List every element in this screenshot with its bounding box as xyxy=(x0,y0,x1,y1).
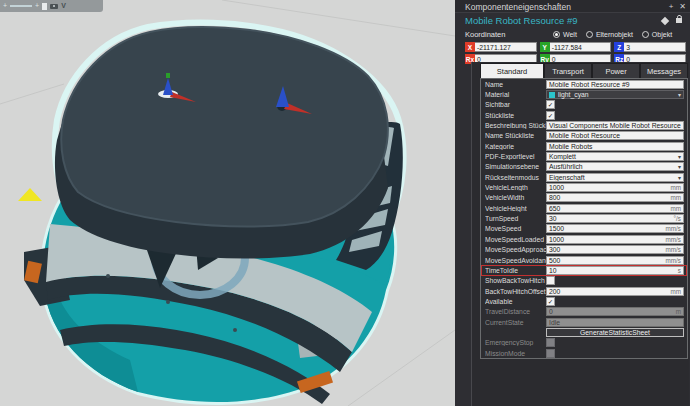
plus-icon[interactable]: + xyxy=(3,0,7,12)
field-text: 30 xyxy=(549,215,672,222)
tab-power[interactable]: Power xyxy=(592,63,640,78)
field-text: 650 xyxy=(549,205,669,212)
input-property-row-backtowhitchoffset[interactable]: 200mm xyxy=(546,287,684,296)
field-text: Ausführlich xyxy=(549,163,676,170)
property-row-material: Materiallight_cyan▾ xyxy=(481,89,687,99)
viewport-3d[interactable]: + + V xyxy=(0,0,455,406)
property-label: CurrentState xyxy=(485,319,546,326)
coordinate-mode-objekt[interactable]: Objekt xyxy=(642,31,672,38)
field-unit: mm xyxy=(671,184,682,191)
property-row-vehiclewidth: VehicleWidth800mm xyxy=(481,193,687,203)
checkbox xyxy=(546,338,555,347)
property-value: light_cyan▾ xyxy=(546,90,684,99)
pin-icon[interactable]: + xyxy=(669,3,674,11)
checkbox[interactable]: ✓ xyxy=(546,100,555,109)
property-value xyxy=(546,349,684,358)
generate-statistic-sheet-button[interactable]: GenerateStatisticSheet xyxy=(546,328,684,337)
coordinate-input-y[interactable]: -1127.584 xyxy=(550,42,612,52)
input-property-row-name[interactable]: Mobile Robot Resource #9 xyxy=(546,80,684,89)
coordinate-input-x[interactable]: -21171.127 xyxy=(475,42,537,52)
component-properties-panel: Komponenteneigenschaften + ✕ Mobile Robo… xyxy=(455,0,690,406)
property-value: Eigenschaft▾ xyxy=(546,173,684,182)
property-label: Rückseitenmodus xyxy=(485,174,546,181)
lock-icon[interactable] xyxy=(676,18,682,23)
property-grid: NameMobile Robot Resource #9Materialligh… xyxy=(480,78,688,359)
property-value: Idle xyxy=(546,318,684,327)
flag-icon[interactable]: V xyxy=(61,0,66,12)
field-text: 10 xyxy=(549,267,676,274)
robot-model[interactable] xyxy=(24,23,404,404)
property-row-missionmode: MissionMode xyxy=(481,348,687,358)
field-text: 1000 xyxy=(549,236,664,243)
coordinates-row: Koordinaten WeltElternobjektObjekt xyxy=(455,28,690,40)
combo-property-row-simulationsebene[interactable]: Ausführlich▾ xyxy=(546,162,684,171)
ruler-icon[interactable] xyxy=(10,5,32,7)
document-icon[interactable] xyxy=(42,3,47,10)
input-property-row-vehicleheight[interactable]: 650mm xyxy=(546,204,684,213)
waypoint-arrow[interactable] xyxy=(18,188,42,201)
tab-messages[interactable]: Messages xyxy=(640,63,688,78)
property-value: 30°/s xyxy=(546,214,684,223)
camera-icon[interactable] xyxy=(50,4,58,9)
property-label: MoveSpeed xyxy=(485,225,546,232)
checkbox[interactable]: ✓ xyxy=(546,297,555,306)
input-property-row-movespeedapproach[interactable]: 300mm/s xyxy=(546,245,684,254)
robot-lid xyxy=(61,27,388,226)
field-unit: mm/s xyxy=(666,257,681,264)
field-text: 800 xyxy=(549,194,669,201)
tag-icon[interactable] xyxy=(661,16,669,24)
input-property-row-beschreibung-st-ckliste[interactable]: Visual Components Mobile Robot Resource xyxy=(546,121,684,130)
property-value: Komplett▾ xyxy=(546,152,684,161)
field-text: 200 xyxy=(549,288,669,295)
tab-standard[interactable]: Standard xyxy=(480,63,544,78)
property-row-generatestatisticsheet: GenerateStatisticSheet xyxy=(481,327,687,337)
property-label: Material xyxy=(485,91,546,98)
plus-icon[interactable]: + xyxy=(35,0,39,12)
tab-transport[interactable]: Transport xyxy=(544,63,592,78)
input-property-row-currentstate: Idle xyxy=(546,318,684,327)
combo-property-row-r-ckseitenmodus[interactable]: Eigenschaft▾ xyxy=(546,173,684,182)
input-property-row-movespeedloaded[interactable]: 1000mm/s xyxy=(546,235,684,244)
property-value: Mobile Robot Resource xyxy=(546,131,684,140)
radio-icon xyxy=(586,31,593,38)
radio-icon xyxy=(553,31,560,38)
radio-label: Welt xyxy=(563,31,577,38)
coordinate-field-y: Y-1127.584 xyxy=(540,42,612,52)
input-property-row-movespeed[interactable]: 1500mm/s xyxy=(546,224,684,233)
chevron-down-icon: ▾ xyxy=(678,163,681,170)
input-property-row-turnspeed[interactable]: 30°/s xyxy=(546,214,684,223)
field-text: light_cyan xyxy=(558,91,676,98)
property-row-traveldistance: TravelDistance0m xyxy=(481,307,687,317)
scene-canvas[interactable] xyxy=(0,0,455,406)
property-value xyxy=(546,338,684,347)
property-row-showbacktowhitch: ShowBackTowHitch xyxy=(481,276,687,286)
coordinate-mode-elternobjekt[interactable]: Elternobjekt xyxy=(586,31,633,38)
property-label: PDF-Exportlevel xyxy=(485,153,546,160)
input-property-row-timetoidle[interactable]: 10s xyxy=(546,266,684,275)
input-property-row-movespeedavoidance[interactable]: 500mm/s xyxy=(546,256,684,265)
property-label: MoveSpeedLoaded xyxy=(485,236,546,243)
property-label: EmergencyStop xyxy=(485,339,546,346)
input-property-row-vehiclelength[interactable]: 1000mm xyxy=(546,183,684,192)
property-value xyxy=(546,276,684,285)
property-label: VehicleWidth xyxy=(485,194,546,201)
close-icon[interactable]: ✕ xyxy=(679,3,686,11)
axis-chip-x: X xyxy=(465,42,475,52)
checkbox[interactable] xyxy=(546,276,555,285)
checkbox[interactable]: ✓ xyxy=(546,111,555,120)
property-value: GenerateStatisticSheet xyxy=(546,328,684,337)
input-property-row-name-st-ckliste[interactable]: Mobile Robot Resource xyxy=(546,131,684,140)
coordinate-mode-welt[interactable]: Welt xyxy=(553,31,577,38)
axis-chip-z: Z xyxy=(614,42,624,52)
property-label: TravelDistance xyxy=(485,308,546,315)
input-property-row-vehiclewidth[interactable]: 800mm xyxy=(546,193,684,202)
viewport-toolbar: + + V xyxy=(0,0,103,12)
field-text: Mobile Robots xyxy=(549,143,681,150)
material-combo[interactable]: light_cyan▾ xyxy=(546,90,684,99)
input-property-row-kategorie[interactable]: Mobile Robots xyxy=(546,142,684,151)
property-label: Sichtbar xyxy=(485,101,546,108)
combo-property-row-pdf-exportlevel[interactable]: Komplett▾ xyxy=(546,152,684,161)
field-text: Eigenschaft xyxy=(549,174,676,181)
coordinate-input-z[interactable]: 3 xyxy=(624,42,686,52)
property-row-simulationsebene: SimulationsebeneAusführlich▾ xyxy=(481,162,687,172)
